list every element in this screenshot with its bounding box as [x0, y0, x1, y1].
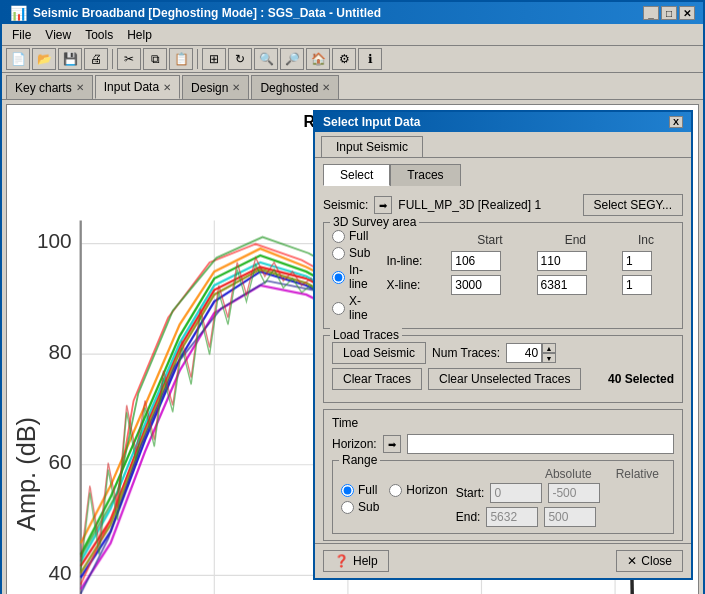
load-traces-label: Load Traces — [330, 328, 402, 342]
inline-row-label: In-line: — [382, 249, 447, 273]
main-window: 📊 Seismic Broadband [Deghosting Mode] : … — [0, 0, 705, 594]
cut-button[interactable]: ✂ — [117, 48, 141, 70]
dialog-footer: ❓ Help ✕ Close — [315, 543, 691, 578]
spinner-up[interactable]: ▲ — [542, 343, 556, 353]
inline-inc-input[interactable] — [622, 251, 652, 271]
select-input-dialog: Select Input Data X Input Seismic Select… — [313, 110, 693, 580]
xline-end-input[interactable] — [537, 275, 587, 295]
num-traces-label: Num Traces: — [432, 346, 500, 360]
close-icon: ✕ — [627, 554, 637, 568]
menu-tools[interactable]: Tools — [79, 26, 119, 44]
radio-xline[interactable] — [332, 302, 345, 315]
col-header-end: End — [533, 231, 618, 249]
radio-range-horizon-label: Horizon — [406, 483, 447, 497]
end-rel-input[interactable] — [544, 507, 596, 527]
maximize-button[interactable]: □ — [661, 6, 677, 20]
sub-tab-select[interactable]: Select — [323, 164, 390, 186]
seismic-row: Seismic: ➡ FULL_MP_3D [Realized] 1 Selec… — [323, 194, 683, 216]
tab-design[interactable]: Design ✕ — [182, 75, 249, 99]
radio-inline[interactable] — [332, 271, 345, 284]
survey-area-label: 3D Survey area — [330, 215, 419, 229]
dialog-close-btn[interactable]: ✕ Close — [616, 550, 683, 572]
zoom-out-button[interactable]: 🔎 — [280, 48, 304, 70]
range-label: Range — [339, 453, 380, 467]
radio-xline-label: X-line — [349, 294, 374, 322]
horizon-arrow-button[interactable]: ➡ — [383, 435, 401, 453]
tab-deghosted-close[interactable]: ✕ — [322, 82, 330, 93]
horizon-label: Horizon: — [332, 437, 377, 451]
minimize-button[interactable]: _ — [643, 6, 659, 20]
info-button[interactable]: ℹ — [358, 48, 382, 70]
xline-table-row: X-line: — [382, 273, 674, 297]
radio-full[interactable] — [332, 230, 345, 243]
grid-button[interactable]: ⊞ — [202, 48, 226, 70]
toolbar: 📄 📂 💾 🖨 ✂ ⧉ 📋 ⊞ ↻ 🔍 🔎 🏠 ⚙ ℹ — [2, 46, 703, 73]
sub-tab-traces[interactable]: Traces — [390, 164, 460, 186]
toolbar-sep-2 — [197, 49, 198, 69]
load-seismic-button[interactable]: Load Seismic — [332, 342, 426, 364]
end-abs-input[interactable] — [486, 507, 538, 527]
radio-range-sub[interactable] — [341, 501, 354, 514]
new-button[interactable]: 📄 — [6, 48, 30, 70]
close-window-button[interactable]: ✕ — [679, 6, 695, 20]
refresh-button[interactable]: ↻ — [228, 48, 252, 70]
dialog-title-bar: Select Input Data X — [315, 112, 691, 132]
col-header-empty — [382, 231, 447, 249]
tab-key-charts[interactable]: Key charts ✕ — [6, 75, 93, 99]
save-button[interactable]: 💾 — [58, 48, 82, 70]
inline-table-row: In-line: — [382, 249, 674, 273]
load-traces-row: Load Seismic Num Traces: ▲ ▼ — [332, 342, 674, 364]
paste-button[interactable]: 📋 — [169, 48, 193, 70]
dialog-tab-input-seismic[interactable]: Input Seismic — [321, 136, 423, 157]
spinner-down[interactable]: ▼ — [542, 353, 556, 363]
start-abs-input[interactable] — [490, 483, 542, 503]
clear-row: Clear Traces Clear Unselected Traces 40 … — [332, 368, 674, 390]
menu-help[interactable]: Help — [121, 26, 158, 44]
print-button[interactable]: 🖨 — [84, 48, 108, 70]
menu-file[interactable]: File — [6, 26, 37, 44]
inline-end-input[interactable] — [537, 251, 587, 271]
num-traces-input[interactable] — [506, 343, 542, 363]
dialog-close-button[interactable]: X — [669, 116, 683, 128]
dialog-body: Seismic: ➡ FULL_MP_3D [Realized] 1 Selec… — [315, 186, 691, 543]
tab-deghosted[interactable]: Deghosted ✕ — [251, 75, 339, 99]
help-button[interactable]: ❓ Help — [323, 550, 389, 572]
seismic-arrow-button[interactable]: ➡ — [374, 196, 392, 214]
clear-traces-button[interactable]: Clear Traces — [332, 368, 422, 390]
radio-range-horizon[interactable] — [389, 484, 402, 497]
relative-header: Relative — [616, 467, 659, 481]
start-rel-input[interactable] — [548, 483, 600, 503]
sub-tab-bar: Select Traces — [315, 158, 691, 186]
open-button[interactable]: 📂 — [32, 48, 56, 70]
clear-unselected-button[interactable]: Clear Unselected Traces — [428, 368, 581, 390]
xline-start-input[interactable] — [451, 275, 501, 295]
tab-input-data-close[interactable]: ✕ — [163, 82, 171, 93]
radio-full-label: Full — [349, 229, 368, 243]
copy-button[interactable]: ⧉ — [143, 48, 167, 70]
radio-sub[interactable] — [332, 247, 345, 260]
settings-button[interactable]: ⚙ — [332, 48, 356, 70]
end-row: End: — [456, 507, 601, 527]
radio-range-sub-label: Sub — [358, 500, 379, 514]
time-label: Time — [332, 416, 674, 430]
range-section: Range Absolute Relative — [332, 460, 674, 534]
zoom-in-button[interactable]: 🔍 — [254, 48, 278, 70]
tab-design-label: Design — [191, 81, 228, 95]
tab-input-data[interactable]: Input Data ✕ — [95, 75, 180, 99]
tab-key-charts-close[interactable]: ✕ — [76, 82, 84, 93]
dialog-tab-bar: Input Seismic — [315, 132, 691, 158]
menu-view[interactable]: View — [39, 26, 77, 44]
horizon-input[interactable] — [407, 434, 674, 454]
inline-start-input[interactable] — [451, 251, 501, 271]
radio-range-full[interactable] — [341, 484, 354, 497]
range-radio-group: Full Horizon Sub — [341, 483, 448, 514]
select-segy-button[interactable]: Select SEGY... — [583, 194, 684, 216]
radio-range-full-label: Full — [358, 483, 377, 497]
radio-full-row: Full — [332, 229, 374, 243]
home-button[interactable]: 🏠 — [306, 48, 330, 70]
start-row: Start: — [456, 483, 601, 503]
app-icon: 📊 — [10, 5, 27, 21]
title-bar: 📊 Seismic Broadband [Deghosting Mode] : … — [2, 2, 703, 24]
tab-design-close[interactable]: ✕ — [232, 82, 240, 93]
xline-inc-input[interactable] — [622, 275, 652, 295]
